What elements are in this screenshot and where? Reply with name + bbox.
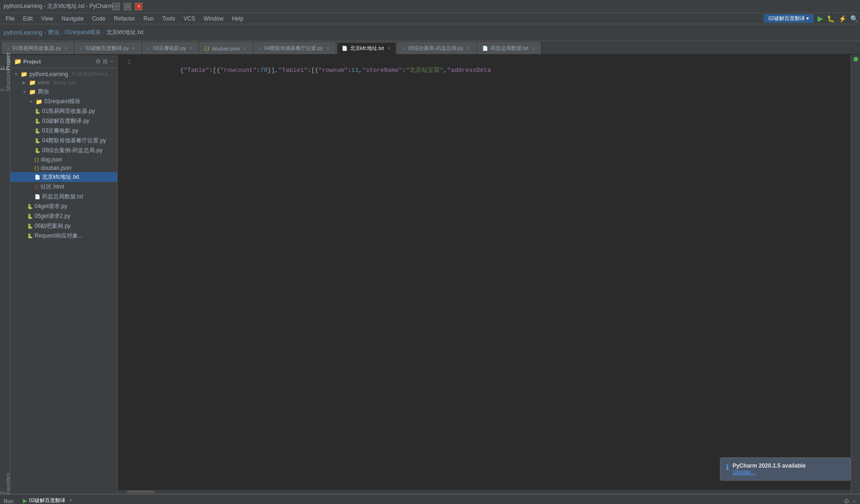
- tab-close-05[interactable]: ×: [466, 45, 471, 51]
- tree-item-01request[interactable]: ▼ 📁 01request模块: [10, 97, 117, 106]
- tree-collapse-icon[interactable]: −: [110, 58, 113, 65]
- tree-gear-icon[interactable]: ⚙: [95, 58, 101, 65]
- close-button[interactable]: ×: [135, 3, 142, 10]
- tree-file-douban-json-label: douban.json: [41, 165, 71, 171]
- tab-label-04: 04爬取肯德基餐厅位置.py: [264, 45, 323, 52]
- tree-file-05get2[interactable]: 🐍 05get请求2.py: [10, 211, 117, 221]
- tab-kfc-txt[interactable]: 📄 北京kfc地址.txt ×: [337, 42, 397, 54]
- tree-file-dog-json-label: dog.json: [41, 156, 62, 163]
- txt-icon-kfc: 📄: [35, 175, 40, 180]
- project-icon: 📁: [14, 58, 21, 65]
- menu-view[interactable]: View: [37, 14, 57, 23]
- tab-label-03: 03豆瓣电影.py: [153, 45, 186, 52]
- run-tab-02baidu[interactable]: ▶ 02破解百度翻译 ×: [18, 496, 77, 504]
- tab-close-03[interactable]: ×: [189, 45, 194, 51]
- menu-run[interactable]: Run: [140, 14, 157, 23]
- py-icon-03: 🐍: [35, 128, 40, 133]
- tree-expand-icon[interactable]: ⊞: [103, 58, 108, 65]
- maximize-button[interactable]: □: [124, 3, 131, 10]
- tree-file-04get-label: 04get请求.py: [35, 203, 67, 210]
- tab-close-04[interactable]: ×: [326, 45, 331, 51]
- breadcrumb-crawler[interactable]: 爬虫: [48, 28, 59, 36]
- favorites-panel-button[interactable]: 2: Favorites: [0, 479, 10, 488]
- title-bar: pythonLearning - 北京kfc地址.txt - PyCharm −…: [0, 0, 860, 13]
- run-config-selector[interactable]: 02破解百度翻译 ▾: [764, 14, 814, 23]
- tree-file-04get[interactable]: 🐍 04get请求.py: [10, 202, 117, 211]
- tab-douban-json[interactable]: { } douban.json ×: [199, 42, 252, 54]
- tab-02baidu[interactable]: ● 02破解百度翻译.py ×: [75, 42, 141, 54]
- tree-root-label: pythonLearning: [29, 71, 68, 77]
- tree-item-crawler[interactable]: ▼ 📁 爬虫: [10, 87, 117, 97]
- search-everywhere-button[interactable]: 🔍: [850, 15, 858, 22]
- tree-file-shequ-html[interactable]: ⬡ 社区.html: [10, 182, 117, 192]
- coverage-button[interactable]: ⚡: [839, 15, 846, 22]
- run-tab-close[interactable]: ×: [70, 498, 72, 503]
- minimize-button[interactable]: −: [113, 3, 120, 10]
- tab-label-01: 01简易网页收集器.py: [13, 45, 61, 52]
- run-collapse-icon[interactable]: −: [853, 497, 856, 504]
- tree-file-06tieba[interactable]: 🐍 06贴吧案例.py: [10, 221, 117, 231]
- tab-icon-py3: ●: [148, 46, 150, 51]
- menu-window[interactable]: Window: [200, 14, 227, 23]
- run-settings-icon[interactable]: ⚙: [844, 497, 850, 504]
- py-icon-05get2: 🐍: [27, 214, 33, 219]
- menu-help[interactable]: Help: [228, 14, 247, 23]
- editor-content[interactable]: 1 {"Table":[{"rowcount":79}],"Table1":[{…: [118, 55, 851, 490]
- editor-area: 1 {"Table":[{"rowcount":79}],"Table1":[{…: [118, 55, 851, 494]
- breadcrumb-module[interactable]: 01request模块: [65, 28, 101, 36]
- tab-icon-py5: ●: [402, 46, 405, 51]
- py-icon-01: 🐍: [35, 109, 40, 114]
- structure-panel-button[interactable]: 2: Structure: [0, 77, 10, 86]
- breadcrumb-root[interactable]: pythonLearning: [4, 29, 42, 36]
- tab-close-01[interactable]: ×: [64, 45, 69, 51]
- tree-file-03douban[interactable]: 🐍 03豆瓣电影.py: [10, 126, 117, 136]
- notification-link[interactable]: Update...: [733, 469, 806, 476]
- tree-file-dog-json[interactable]: { } dog.json: [10, 155, 117, 164]
- menu-vcs[interactable]: VCS: [180, 14, 199, 23]
- debug-button[interactable]: 🐛: [827, 15, 835, 22]
- tree-file-01simple[interactable]: 🐍 01简易网页收集器.py: [10, 106, 117, 116]
- tree-item-root[interactable]: ▼ 📁 pythonLearning D:\桌面\pythonLe...: [10, 70, 117, 78]
- editor-hscroll[interactable]: [118, 490, 851, 494]
- menu-tools[interactable]: Tools: [158, 14, 179, 23]
- tree-item-venv[interactable]: ▶ 📁 venv library root: [10, 78, 117, 87]
- notification-title: PyCharm 2020.1.5 available: [733, 462, 806, 469]
- tab-icon-py4: ●: [259, 46, 261, 51]
- tab-yaojian-txt[interactable]: 📄 药监总局数据.txt ×: [477, 42, 541, 54]
- tab-close-02[interactable]: ×: [132, 45, 136, 51]
- tree-file-04kfc[interactable]: 🐍 04爬取肯德基餐厅位置.py: [10, 136, 117, 146]
- tab-04kfc[interactable]: ● 04爬取肯德基餐厅位置.py ×: [254, 42, 336, 54]
- tree-file-05yaojian[interactable]: 🐍 05综合案例-药监总局.py: [10, 146, 117, 155]
- editor-container: 1 {"Table":[{"rowcount":79}],"Table1":[{…: [118, 55, 851, 494]
- tree-root-path: D:\桌面\pythonLe...: [72, 71, 112, 77]
- project-panel-button[interactable]: 1: Project: [0, 57, 10, 66]
- tree-file-yaojian-txt[interactable]: 📄 药监总局数据.txt: [10, 192, 117, 202]
- crawler-folder-icon: 📁: [29, 89, 36, 95]
- menu-file[interactable]: File: [2, 14, 18, 23]
- tree-file-douban-json[interactable]: { } douban.json: [10, 164, 117, 172]
- tab-close-yaojian[interactable]: ×: [531, 45, 536, 51]
- tree-venv-extra: library root: [53, 80, 75, 85]
- tree-file-kfc-txt[interactable]: 📄 北京kfc地址.txt: [10, 172, 117, 182]
- notification-box: ℹ PyCharm 2020.1.5 available Update...: [720, 457, 851, 481]
- menu-code[interactable]: Code: [88, 14, 109, 23]
- main-layout: 1: Project 2: Structure 2: Favorites 📁 P…: [0, 55, 860, 494]
- tab-05yaojian[interactable]: ● 05综合案例-药监总局.py ×: [397, 42, 476, 54]
- tab-03douban[interactable]: ● 03豆瓣电影.py ×: [142, 42, 199, 54]
- py-icon-04: 🐍: [35, 138, 40, 143]
- menu-edit[interactable]: Edit: [19, 14, 36, 23]
- menu-navigate[interactable]: Navigate: [58, 14, 87, 23]
- line-number-1: 1: [118, 59, 136, 65]
- tab-icon-py2: ●: [80, 46, 83, 51]
- root-folder-icon: 📁: [21, 71, 28, 77]
- tree-file-request-response[interactable]: 🐍 Request响应对象...: [10, 231, 117, 241]
- tab-close-douban[interactable]: ×: [243, 45, 247, 51]
- menu-refactor[interactable]: Refactor: [110, 14, 139, 23]
- tree-file-02baidu[interactable]: 🐍 02破解百度翻译.py: [10, 116, 117, 126]
- tab-close-kfc[interactable]: ×: [387, 45, 391, 51]
- tab-01simplecollector[interactable]: ● 01简易网页收集器.py ×: [2, 42, 74, 54]
- hscroll-thumb[interactable]: [127, 490, 155, 493]
- tab-label-kfc: 北京kfc地址.txt: [350, 45, 384, 52]
- tab-label-yaojian: 药监总局数据.txt: [491, 45, 529, 52]
- run-button[interactable]: ▶: [818, 14, 823, 23]
